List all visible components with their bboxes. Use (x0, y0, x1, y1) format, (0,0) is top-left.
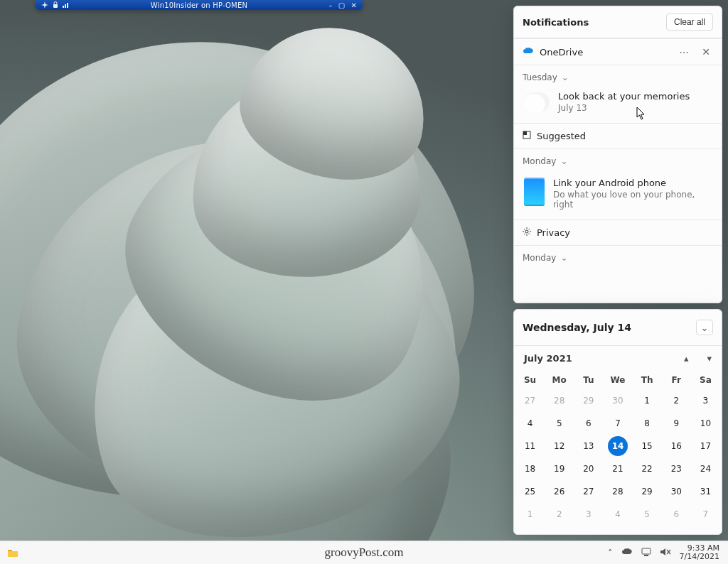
notif-day[interactable]: Monday ⌄ (514, 246, 722, 270)
calendar-day[interactable]: 6 (662, 503, 691, 526)
restore-icon[interactable]: ▢ (338, 1, 346, 9)
calendar-day[interactable]: 26 (545, 480, 574, 503)
calendar-day[interactable]: 20 (574, 457, 603, 480)
tray-volume-mute-icon[interactable] (660, 547, 671, 559)
notif-app-onedrive[interactable]: OneDrive ⋯ ✕ (514, 38, 722, 65)
calendar-day[interactable]: 25 (515, 480, 545, 503)
calendar-day[interactable]: 4 (603, 503, 632, 526)
calendar-month-label[interactable]: July 2021 (524, 353, 572, 364)
minimize-icon[interactable]: – (329, 1, 333, 9)
calendar-day[interactable]: 3 (691, 389, 720, 412)
settings-icon (523, 227, 531, 238)
calendar-day[interactable]: 28 (603, 480, 632, 503)
calendar-day[interactable]: 10 (691, 412, 720, 435)
calendar-day[interactable]: 27 (574, 480, 603, 503)
action-center: Notifications Clear all OneDrive ⋯ ✕ Tue… (513, 6, 722, 535)
calendar-day[interactable]: 7 (603, 412, 632, 435)
notif-item-subtitle: July 13 (558, 103, 690, 113)
calendar-day[interactable]: 17 (691, 435, 720, 457)
svg-rect-0 (53, 4, 58, 8)
calendar-full-date: Wednesday, July 14 (523, 322, 631, 333)
notif-item-title: Look back at your memories (558, 91, 690, 102)
notif-section-suggested[interactable]: Suggested (514, 123, 722, 149)
calendar-panel: Wednesday, July 14 ⌄ July 2021 ▴ ▾ SuMoT… (513, 309, 722, 535)
calendar-day[interactable]: 30 (603, 389, 632, 412)
collapse-button[interactable]: ⌄ (696, 320, 713, 335)
taskbar: groovyPost.com ˄ 9:33 AM 7/14/2021 (0, 541, 728, 564)
calendar-day[interactable]: 4 (515, 412, 545, 435)
calendar-prev-month[interactable]: ▴ (684, 353, 689, 364)
lock-icon[interactable] (53, 1, 58, 9)
chevron-down-icon: ⌄ (562, 72, 569, 82)
calendar-day[interactable]: 31 (691, 480, 720, 503)
notif-item[interactable]: Look back at your memories July 13 (514, 90, 722, 123)
calendar-day[interactable]: 19 (545, 457, 574, 480)
close-icon[interactable]: ✕ (350, 1, 357, 9)
clock-date: 7/14/2021 (680, 553, 719, 561)
notif-section-privacy[interactable]: Privacy (514, 219, 722, 246)
notif-day[interactable]: Tuesday ⌄ (514, 65, 722, 90)
tray-chevron-up-icon[interactable]: ˄ (608, 548, 613, 558)
tray-clock[interactable]: 9:33 AM 7/14/2021 (680, 544, 719, 560)
calendar-day[interactable]: 9 (662, 412, 691, 435)
calendar-dow: Th (633, 371, 662, 389)
svg-rect-8 (642, 548, 651, 554)
calendar-day[interactable]: 28 (545, 389, 574, 412)
calendar-day[interactable]: 24 (691, 457, 720, 480)
suggested-icon (523, 131, 531, 141)
calendar-day[interactable]: 1 (515, 503, 545, 526)
rdp-title: Win10Insider on HP-OMEN (36, 1, 363, 9)
calendar-day[interactable]: 16 (662, 435, 691, 457)
svg-rect-2 (65, 4, 66, 8)
calendar-day[interactable]: 1 (633, 389, 662, 412)
calendar-day[interactable]: 30 (662, 480, 691, 503)
notifications-panel: Notifications Clear all OneDrive ⋯ ✕ Tue… (513, 6, 722, 303)
svg-rect-1 (63, 6, 64, 8)
svg-rect-5 (523, 131, 527, 135)
calendar-day[interactable]: 29 (574, 389, 603, 412)
calendar-day[interactable]: 27 (515, 389, 545, 412)
more-icon[interactable]: ⋯ (676, 46, 693, 58)
taskbar-file-explorer-icon[interactable] (7, 548, 17, 558)
onedrive-icon (523, 47, 534, 58)
calendar-day[interactable]: 2 (545, 503, 574, 526)
calendar-day[interactable]: 12 (545, 435, 574, 457)
calendar-day[interactable]: 18 (515, 457, 545, 480)
notif-item-title: Link your Android phone (553, 178, 712, 188)
calendar-day[interactable]: 5 (545, 412, 574, 435)
calendar-day[interactable]: 6 (574, 412, 603, 435)
tray-onedrive-icon[interactable] (621, 548, 633, 558)
chevron-down-icon: ⌄ (560, 253, 567, 263)
dismiss-icon[interactable]: ✕ (699, 46, 713, 58)
calendar-next-month[interactable]: ▾ (707, 353, 712, 364)
cloud-thumb-icon (524, 92, 550, 112)
calendar-day[interactable]: 3 (574, 503, 603, 526)
calendar-day[interactable]: 23 (662, 457, 691, 480)
clear-all-button[interactable]: Clear all (666, 13, 713, 31)
chevron-down-icon: ⌄ (560, 156, 567, 166)
calendar-day[interactable]: 15 (633, 435, 662, 457)
signal-icon[interactable] (63, 1, 70, 9)
notif-item[interactable]: Link your Android phone Do what you love… (514, 173, 722, 219)
calendar-day[interactable]: 29 (633, 480, 662, 503)
tray-vm-icon[interactable] (641, 547, 651, 559)
rdp-titlebar: Win10Insider on HP-OMEN – ▢ ✕ (36, 0, 363, 10)
pin-icon[interactable] (41, 1, 48, 9)
svg-point-6 (525, 230, 528, 233)
calendar-day[interactable]: 14 (608, 436, 628, 456)
calendar-day[interactable]: 22 (633, 457, 662, 480)
calendar-day[interactable]: 5 (633, 503, 662, 526)
calendar-day[interactable]: 21 (603, 457, 632, 480)
notif-day[interactable]: Monday ⌄ (514, 149, 722, 173)
calendar-day[interactable]: 8 (633, 412, 662, 435)
calendar-dow: Mo (545, 371, 574, 389)
notif-item-subtitle: Do what you love on your phone, right (553, 190, 712, 210)
notif-app-label: OneDrive (540, 47, 583, 58)
calendar-day[interactable]: 11 (515, 435, 545, 457)
calendar-day[interactable]: 7 (691, 503, 720, 526)
calendar-dow: Fr (662, 371, 691, 389)
calendar-day[interactable]: 2 (662, 389, 691, 412)
calendar-dow: Su (515, 371, 545, 389)
calendar-day[interactable]: 13 (574, 435, 603, 457)
calendar-dow: Sa (691, 371, 720, 389)
